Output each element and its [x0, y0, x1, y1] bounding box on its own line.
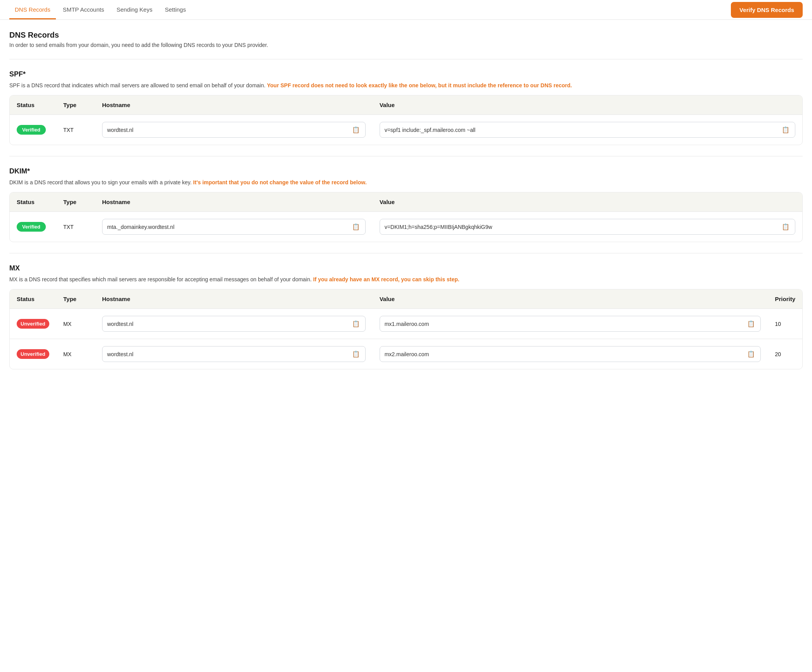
spf-desc-plain: SPF is a DNS record that indicates which…	[9, 82, 267, 88]
spf-hostname-copy[interactable]: 📋	[351, 125, 361, 134]
spf-row0-type: TXT	[56, 115, 95, 145]
mx-col-priority: Priority	[768, 289, 802, 309]
status-badge: Verified	[17, 222, 46, 232]
mx-table: Status Type Hostname Value Priority Unve…	[9, 289, 803, 369]
mx-desc-plain: MX is a DNS record that specifies which …	[9, 276, 313, 282]
mx-row0-hostname: wordtest.nl 📋	[95, 309, 373, 339]
spf-table: Status Type Hostname Value Verified TXT …	[9, 95, 803, 145]
mx-row1-value-field: mx2.maileroo.com 📋	[380, 346, 761, 362]
page-title: DNS Records	[9, 31, 803, 40]
dkim-hostname-field: mta._domainkey.wordtest.nl 📋	[102, 219, 366, 235]
mx-desc-highlight: If you already have an MX record, you ca…	[313, 276, 460, 282]
spf-hostname-field: wordtest.nl 📋	[102, 122, 366, 138]
mx-row0-value-text: mx1.maileroo.com	[385, 321, 744, 327]
divider-2	[9, 156, 803, 156]
spf-table-header: Status Type Hostname Value	[10, 95, 802, 115]
mx-row1-hostname-value: wordtest.nl	[107, 351, 348, 357]
mx-row0-priority: 10	[768, 309, 802, 339]
tab-settings[interactable]: Settings	[160, 0, 191, 19]
dkim-col-type: Type	[56, 192, 95, 212]
mx-row1-value: mx2.maileroo.com 📋	[373, 339, 768, 369]
mx-row1-hostname: wordtest.nl 📋	[95, 339, 373, 369]
mx-row0-hostname-value: wordtest.nl	[107, 321, 348, 327]
dkim-desc-plain: DKIM is a DNS record that allows you to …	[9, 179, 193, 185]
spf-title: SPF*	[9, 70, 803, 78]
mx-col-type: Type	[56, 289, 95, 309]
dkim-row0-status: Verified	[10, 212, 56, 242]
verify-dns-button[interactable]: Verify DNS Records	[731, 2, 803, 18]
spf-col-status: Status	[10, 95, 56, 115]
mx-row1-hostname-field: wordtest.nl 📋	[102, 346, 366, 362]
spf-value-copy[interactable]: 📋	[781, 125, 790, 134]
dkim-desc: DKIM is a DNS record that allows you to …	[9, 178, 803, 187]
mx-table-header: Status Type Hostname Value Priority	[10, 289, 802, 309]
tab-dns-records[interactable]: DNS Records	[9, 0, 56, 19]
spf-hostname-value: wordtest.nl	[107, 127, 348, 133]
spf-col-type: Type	[56, 95, 95, 115]
tab-smtp-accounts[interactable]: SMTP Accounts	[57, 0, 109, 19]
status-badge: Unverified	[17, 349, 49, 359]
table-row: Verified TXT mta._domainkey.wordtest.nl …	[10, 212, 802, 242]
mx-row0-value-copy[interactable]: 📋	[746, 319, 756, 328]
mx-row0-status: Unverified	[10, 309, 56, 339]
dkim-value-copy[interactable]: 📋	[781, 222, 790, 231]
tab-group: DNS Records SMTP Accounts Sending Keys S…	[9, 0, 191, 19]
spf-value-field: v=spf1 include:_spf.maileroo.com ~all 📋	[380, 122, 795, 138]
mx-row1-status: Unverified	[10, 339, 56, 369]
dkim-table: Status Type Hostname Value Verified TXT …	[9, 192, 803, 242]
spf-desc: SPF is a DNS record that indicates which…	[9, 81, 803, 90]
divider-1	[9, 59, 803, 59]
mx-row1-value-copy[interactable]: 📋	[746, 350, 756, 359]
dkim-desc-highlight: It's important that you do not change th…	[193, 179, 367, 185]
spf-value-text: v=spf1 include:_spf.maileroo.com ~all	[385, 127, 778, 133]
page-heading: DNS Records In order to send emails from…	[9, 31, 803, 48]
dkim-value-text: v=DKIM1;h=sha256;p=MIIBIjANBgkqhkiG9w	[385, 224, 778, 230]
spf-row0-hostname: wordtest.nl 📋	[95, 115, 373, 145]
mx-row0-type: MX	[56, 309, 95, 339]
table-row: Unverified MX wordtest.nl 📋 mx1.maileroo…	[10, 309, 802, 339]
mx-row0-hostname-field: wordtest.nl 📋	[102, 316, 366, 332]
mx-row1-type: MX	[56, 339, 95, 369]
dkim-hostname-copy[interactable]: 📋	[351, 222, 361, 231]
dkim-value-field: v=DKIM1;h=sha256;p=MIIBIjANBgkqhkiG9w 📋	[380, 219, 795, 235]
dkim-hostname-value: mta._domainkey.wordtest.nl	[107, 224, 348, 230]
status-badge: Verified	[17, 125, 46, 135]
divider-3	[9, 253, 803, 253]
table-row: Unverified MX wordtest.nl 📋 mx2.maileroo…	[10, 339, 802, 369]
main-content: DNS Records In order to send emails from…	[0, 20, 812, 391]
page-desc: In order to send emails from your domain…	[9, 42, 803, 48]
dkim-col-hostname: Hostname	[95, 192, 373, 212]
spf-desc-highlight: Your SPF record does not need to look ex…	[267, 82, 572, 88]
spf-col-hostname: Hostname	[95, 95, 373, 115]
tabs-bar: DNS Records SMTP Accounts Sending Keys S…	[0, 0, 812, 20]
mx-col-value: Value	[373, 289, 768, 309]
mx-row0-hostname-copy[interactable]: 📋	[351, 319, 361, 328]
dkim-col-value: Value	[373, 192, 802, 212]
mx-row1-priority: 20	[768, 339, 802, 369]
mx-title: MX	[9, 264, 803, 272]
table-row: Verified TXT wordtest.nl 📋 v=spf1 includ…	[10, 115, 802, 145]
dkim-col-status: Status	[10, 192, 56, 212]
mx-col-hostname: Hostname	[95, 289, 373, 309]
dkim-row0-value: v=DKIM1;h=sha256;p=MIIBIjANBgkqhkiG9w 📋	[373, 212, 802, 242]
status-badge: Unverified	[17, 319, 49, 329]
mx-col-status: Status	[10, 289, 56, 309]
spf-row0-value: v=spf1 include:_spf.maileroo.com ~all 📋	[373, 115, 802, 145]
dkim-row0-type: TXT	[56, 212, 95, 242]
spf-section: SPF* SPF is a DNS record that indicates …	[9, 70, 803, 145]
mx-row0-value-field: mx1.maileroo.com 📋	[380, 316, 761, 332]
spf-col-value: Value	[373, 95, 802, 115]
dkim-title: DKIM*	[9, 167, 803, 175]
mx-row0-value: mx1.maileroo.com 📋	[373, 309, 768, 339]
tab-sending-keys[interactable]: Sending Keys	[111, 0, 158, 19]
mx-row1-value-text: mx2.maileroo.com	[385, 351, 744, 357]
mx-row1-hostname-copy[interactable]: 📋	[351, 350, 361, 359]
dkim-row0-hostname: mta._domainkey.wordtest.nl 📋	[95, 212, 373, 242]
dkim-table-header: Status Type Hostname Value	[10, 192, 802, 212]
mx-section: MX MX is a DNS record that specifies whi…	[9, 264, 803, 369]
spf-row0-status: Verified	[10, 115, 56, 145]
mx-desc: MX is a DNS record that specifies which …	[9, 275, 803, 284]
dkim-section: DKIM* DKIM is a DNS record that allows y…	[9, 167, 803, 242]
